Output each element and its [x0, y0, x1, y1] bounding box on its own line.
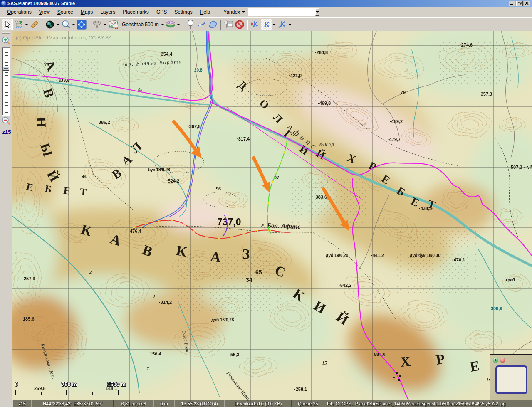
menu-item-operations[interactable]: Operations — [3, 7, 35, 17]
status-segment: N44°32'38,42" E38°37'00,59" — [31, 400, 114, 407]
map-label: 7 — [146, 366, 149, 371]
map-label: ·459,2 — [390, 119, 403, 124]
placemark-add-icon — [186, 20, 195, 30]
search-input[interactable] — [248, 8, 315, 16]
add-placemark-button[interactable] — [185, 19, 196, 30]
zoom-rect-button[interactable] — [60, 19, 71, 30]
close-button[interactable] — [524, 1, 530, 6]
map-label: Н — [34, 117, 49, 128]
menu-item-settings[interactable]: Settings — [171, 7, 196, 17]
path-add-icon — [197, 20, 207, 30]
zoom-out-button[interactable] — [1, 116, 11, 126]
map-label: дуб бук 18/0,30 — [410, 253, 440, 258]
add-path-button[interactable] — [196, 19, 208, 30]
gps-connect-icon — [250, 20, 260, 30]
menu-item-placemarks[interactable]: Placemarks — [119, 7, 153, 17]
map-label: 65 — [255, 269, 262, 276]
map-label: ·274,6 — [460, 42, 473, 47]
map-type-button[interactable]: 05 — [107, 19, 120, 30]
map-label: 55,3 — [230, 352, 239, 357]
whole-map-button[interactable] — [44, 19, 55, 30]
hide-marks-button[interactable] — [234, 19, 245, 30]
map-label: 750 m — [62, 381, 77, 387]
map-select-dropdown[interactable] — [161, 19, 165, 30]
cursor-icon — [3, 20, 12, 29]
map-label: ·314,2 — [159, 300, 172, 305]
placemark-manager-icon — [223, 20, 233, 30]
svg-text:05: 05 — [115, 26, 118, 29]
zoom-rect-dropdown[interactable] — [71, 19, 76, 30]
map-label: Т — [80, 186, 87, 197]
map-label: ·317,4 — [237, 136, 250, 141]
minimap-viewport[interactable] — [495, 365, 527, 394]
status-segment: 0 m — [153, 400, 174, 407]
map-label: 79 — [401, 90, 406, 95]
status-segment: z15 — [13, 400, 31, 407]
map-label: ·383,6 — [314, 195, 327, 200]
map-label: 15 — [322, 360, 327, 366]
zoom-in-button[interactable] — [1, 36, 11, 46]
minimize-button[interactable] — [509, 1, 515, 6]
gps-center-button[interactable] — [277, 19, 288, 30]
status-segment: 13:55:23 (UTC+4) — [174, 400, 224, 407]
mini-map-panel: + − — [490, 354, 532, 400]
add-polygon-button[interactable] — [208, 19, 219, 30]
gps-center-dropdown[interactable] — [288, 19, 292, 30]
map-label: 20,8 — [194, 68, 203, 72]
map-label: Х — [400, 353, 411, 370]
layers-button[interactable] — [165, 19, 176, 30]
minimap-zoom-in-button[interactable]: + — [493, 358, 498, 363]
minimap-zoom-out-button[interactable]: − — [500, 358, 505, 363]
map-label: ·357,3 — [479, 91, 492, 96]
menu-item-source[interactable]: Source — [54, 7, 77, 17]
whole-map-dropdown[interactable] — [55, 19, 60, 30]
title-bar: SAS.Planet 140505.8037 Stable — [0, 0, 532, 7]
status-corner — [0, 400, 13, 407]
map-label: 0 — [15, 381, 18, 387]
selection-tool-dropdown[interactable] — [24, 19, 29, 30]
map-label: ·354,4 — [159, 52, 173, 57]
search-provider-dropdown[interactable]: Yandex — [221, 8, 248, 16]
menu-item-maps[interactable]: Maps — [77, 7, 97, 17]
selection-tool-button[interactable] — [13, 19, 24, 30]
download-icon — [92, 20, 102, 30]
map-label: 185,6 — [23, 316, 35, 321]
menu-item-help[interactable]: Help — [196, 7, 214, 17]
chevron-down-icon — [316, 11, 319, 13]
map-select-label[interactable]: Genshtab 500 m — [120, 22, 161, 27]
map-label: ·542,2 — [339, 283, 351, 288]
zoom-slider-handle[interactable] — [3, 67, 9, 71]
map-label: граб — [506, 278, 515, 282]
map-label: 737,0 — [217, 217, 241, 227]
gps-track-button[interactable] — [261, 19, 272, 30]
status-segments: z15N44°32'38,42" E38°37'00,59"6,81 m/pix… — [13, 400, 532, 407]
download-tool-button[interactable] — [91, 19, 102, 30]
layers-dropdown[interactable] — [176, 19, 181, 30]
download-tool-dropdown[interactable] — [102, 19, 107, 30]
map-label: ·438,3 — [419, 206, 432, 211]
magnifier-icon — [61, 20, 70, 29]
menu-item-layers[interactable]: Layers — [97, 7, 119, 17]
toolbar-separator — [247, 20, 248, 30]
cursor-tool-button[interactable] — [2, 19, 13, 30]
map-label: ·258,1 — [294, 387, 307, 392]
zoom-slider-ticks — [5, 49, 8, 113]
fullscreen-button[interactable] — [76, 19, 87, 30]
gps-track-dropdown[interactable] — [272, 19, 277, 30]
panel-splitter[interactable] — [2, 32, 10, 34]
menu-item-gps[interactable]: GPS — [153, 7, 171, 17]
zoom-slider[interactable] — [2, 47, 10, 116]
ruler-icon — [30, 20, 39, 29]
layers-icon — [166, 20, 176, 30]
search-combobox — [248, 8, 310, 16]
search-dropdown-button[interactable] — [315, 8, 319, 16]
map-canvas[interactable]: ДОЛГИЙХРЕБЕТКАВКАЗСКИЙАВНЫЙЕБЕТВАЛХРЕ·35… — [12, 31, 532, 407]
map-label: ·469,8 — [318, 101, 331, 106]
restore-button[interactable] — [516, 1, 523, 6]
menu-item-view[interactable]: View — [35, 7, 54, 17]
map-label: 257,9 — [24, 276, 35, 281]
map-label: ·524,2 — [166, 178, 179, 183]
ruler-tool-button[interactable] — [29, 19, 40, 30]
placemark-manager-button[interactable] — [223, 19, 234, 30]
gps-connect-button[interactable] — [250, 19, 261, 30]
